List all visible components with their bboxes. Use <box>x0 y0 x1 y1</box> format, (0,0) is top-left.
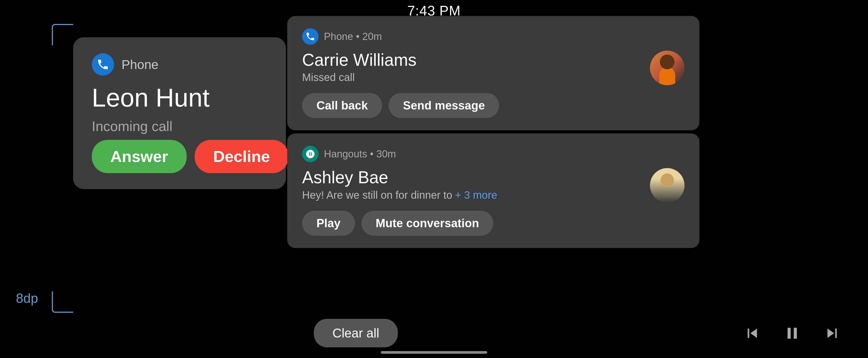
call-app-name: Phone <box>122 57 158 72</box>
call-subtitle: Incoming call <box>92 118 267 134</box>
home-bar <box>381 351 487 354</box>
clear-all-button[interactable]: Clear all <box>314 319 398 347</box>
send-message-button[interactable]: Send message <box>389 93 499 118</box>
notifications-panel: Phone • 20m Carrie Williams Missed call … <box>287 16 700 248</box>
notif-phone-name: Carrie Williams <box>302 51 645 69</box>
notif-hangouts-icon <box>302 146 318 162</box>
pause-button[interactable] <box>783 324 802 342</box>
caller-name: Leon Hunt <box>92 84 267 112</box>
skip-next-button[interactable] <box>823 324 841 342</box>
notif-phone-icon <box>302 28 318 45</box>
notif-hangouts-text: Ashley Bae Hey! Are we still on for dinn… <box>302 168 645 236</box>
mute-conversation-button[interactable]: Mute conversation <box>362 211 494 236</box>
phone-icon <box>96 58 109 71</box>
call-back-button[interactable]: Call back <box>302 93 382 118</box>
notif-hangouts-header: Hangouts • 30m <box>302 146 684 162</box>
notification-hangouts: Hangouts • 30m Ashley Bae Hey! Are we st… <box>287 134 700 248</box>
hangouts-icon <box>305 149 315 159</box>
notif-hangouts-name: Ashley Bae <box>302 168 645 187</box>
skip-previous-icon <box>743 324 762 342</box>
carrie-avatar <box>650 51 684 85</box>
skip-previous-button[interactable] <box>743 324 762 342</box>
dp-label: 8dp <box>16 291 38 306</box>
corner-bracket-bottom <box>52 292 73 313</box>
call-card-header: Phone <box>92 53 267 76</box>
ashley-avatar <box>650 168 684 203</box>
corner-bracket-top <box>52 24 73 45</box>
incoming-call-card: Phone Leon Hunt Incoming call Answer Dec… <box>73 37 286 189</box>
notif-phone-buttons: Call back Send message <box>302 93 645 118</box>
notif-more-text: + 3 more <box>455 189 497 201</box>
notif-phone-text: Carrie Williams Missed call Call back Se… <box>302 51 645 118</box>
notif-phone-header: Phone • 20m <box>302 28 684 45</box>
pause-icon <box>783 324 802 342</box>
decline-button[interactable]: Decline <box>195 140 288 173</box>
bottom-controls: Clear all <box>287 319 868 347</box>
notif-hangouts-meta: Hangouts • 30m <box>324 148 396 160</box>
notif-phone-meta: Phone • 20m <box>324 31 382 43</box>
notif-phone-body: Carrie Williams Missed call Call back Se… <box>302 51 684 118</box>
notification-phone: Phone • 20m Carrie Williams Missed call … <box>287 16 700 130</box>
skip-next-icon <box>823 324 841 342</box>
notif-phone-message: Missed call <box>302 72 645 83</box>
phone-app-icon <box>92 53 114 76</box>
phone-small-icon <box>305 31 315 42</box>
call-actions: Answer Decline <box>92 140 267 173</box>
play-button[interactable]: Play <box>302 211 355 236</box>
notif-hangouts-message: Hey! Are we still on for dinner to+ 3 mo… <box>302 189 645 201</box>
status-bar: 7:43 PM <box>0 0 868 21</box>
answer-button[interactable]: Answer <box>92 140 187 173</box>
notif-hangouts-buttons: Play Mute conversation <box>302 211 645 236</box>
status-time: 7:43 PM <box>407 3 461 19</box>
media-controls <box>743 324 841 342</box>
notif-hangouts-body: Ashley Bae Hey! Are we still on for dinn… <box>302 168 684 236</box>
